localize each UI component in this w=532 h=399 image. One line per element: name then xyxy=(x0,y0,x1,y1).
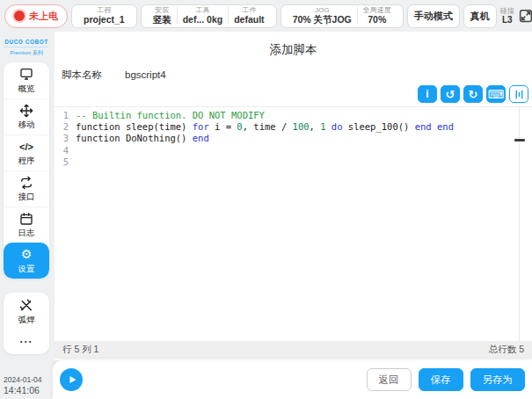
editor-status-bar: 行 5 列 1 总行数 5 xyxy=(55,341,532,359)
editor-scrollbar-thumb[interactable] xyxy=(514,139,525,141)
app-logo: DUCO COBOT Premium 系列 xyxy=(4,35,49,62)
workpiece-value: default xyxy=(234,15,264,25)
jog-speed-group[interactable]: JOG 70% 关节JOG 全局速度 70% xyxy=(281,4,404,28)
page-title: 添加脚本 xyxy=(55,42,532,58)
calendar-icon xyxy=(19,211,33,226)
code-line[interactable]: 5 xyxy=(55,156,532,168)
logo-brand: DUCO COBOT xyxy=(4,39,47,47)
sidebar-item-5[interactable]: 日志 xyxy=(4,207,49,243)
code-icon: </> xyxy=(19,139,33,154)
collision-status: 碰撞 L3 xyxy=(500,7,514,25)
sidebar-item-label: 接口 xyxy=(18,192,35,203)
sidebar-menu: 概览移动</>程序接口日志⚙设置 xyxy=(4,62,49,279)
sidebar-item-label: 日志 xyxy=(18,228,35,239)
undo-icon: ↺ xyxy=(446,88,455,101)
jog-value: 70% 关节JOG xyxy=(293,15,352,25)
sidebar-item-2[interactable]: 移动 xyxy=(4,98,49,134)
line-code: function DoNothing() end xyxy=(76,133,532,144)
line-code: function sleep(time) for i = 0, time / 1… xyxy=(76,121,532,133)
move-icon xyxy=(19,103,33,118)
sidebar-item-4[interactable]: 接口 xyxy=(4,170,49,207)
swap-icon xyxy=(19,175,33,190)
redo-icon: ↻ xyxy=(469,88,478,101)
redo-button[interactable]: ↻ xyxy=(463,85,483,103)
editor-scrollbar-track xyxy=(519,107,520,341)
info-icon: i xyxy=(426,88,428,100)
editor-toolbar: i↺↻⌨ xyxy=(55,85,528,103)
line-code xyxy=(76,145,532,156)
line-number: 1 xyxy=(55,110,76,121)
expand-icon[interactable] xyxy=(518,8,532,24)
keyboard-icon: ⌨ xyxy=(488,88,505,101)
power-indicator-icon xyxy=(14,11,25,21)
line-number: 5 xyxy=(55,156,76,168)
sidebar-item-6[interactable]: ⚙设置 xyxy=(4,243,49,279)
format-button[interactable] xyxy=(509,85,528,103)
save-button[interactable]: 保存 xyxy=(419,368,463,391)
line-code: -- Builtin function. DO NOT MODIFY xyxy=(76,110,532,121)
undo-button[interactable]: ↺ xyxy=(441,85,460,103)
code-line[interactable]: 4 xyxy=(55,145,532,156)
total-lines-text: 总行数 5 xyxy=(489,344,524,356)
sidebar: DUCO COBOT Premium 系列 概览移动</>程序接口日志⚙设置 弧… xyxy=(0,32,53,399)
real-machine-button[interactable]: 真机 xyxy=(463,4,497,28)
code-line[interactable]: 2function sleep(time) for i = 0, time / … xyxy=(55,121,532,133)
top-status-bar: 未上电 工程 project_1 安装 竖装 工具 def... 0kg 工件 … xyxy=(0,0,532,32)
line-number: 3 xyxy=(55,133,76,144)
sidebar-more-button[interactable]: ··· xyxy=(4,331,49,352)
sidebar-item-welding[interactable]: 弧焊 xyxy=(4,293,49,331)
sidebar-item-label: 概览 xyxy=(18,83,35,95)
date-text: 2024-01-04 xyxy=(4,376,53,385)
system-clock: 2024-01-04 14:41:06 xyxy=(4,376,53,395)
welding-icon xyxy=(19,298,33,313)
cursor-position-text: 行 5 列 1 xyxy=(62,344,98,356)
line-code xyxy=(76,156,532,168)
global-speed-value: 70% xyxy=(368,15,386,25)
format-icon xyxy=(514,89,525,100)
footer-buttons: 返回保存另存为 xyxy=(367,368,526,391)
project-selector[interactable]: 工程 project_1 xyxy=(71,4,137,28)
script-name-value[interactable]: bgscript4 xyxy=(125,69,166,80)
collision-label: 碰撞 xyxy=(500,7,514,15)
code-line[interactable]: 1-- Builtin function. DO NOT MODIFY xyxy=(55,110,532,121)
sidebar-plugin-card: 弧焊 ··· xyxy=(4,293,49,354)
sidebar-item-label: 弧焊 xyxy=(18,315,35,326)
code-editor[interactable]: 1-- Builtin function. DO NOT MODIFY2func… xyxy=(55,106,532,341)
monitor-icon xyxy=(19,67,33,82)
install-value: 竖装 xyxy=(153,15,171,25)
gear-icon: ⚙ xyxy=(21,247,33,262)
script-name-row: 脚本名称 bgscript4 xyxy=(62,66,532,83)
back-button[interactable]: 返回 xyxy=(367,368,412,391)
sidebar-item-1[interactable]: 概览 xyxy=(4,62,49,98)
save-as-button[interactable]: 另存为 xyxy=(470,368,526,391)
power-status-button[interactable]: 未上电 xyxy=(4,4,68,28)
play-icon xyxy=(66,374,77,385)
logo-series: Premium 系列 xyxy=(10,49,43,57)
bottom-action-bar: 返回保存另存为 xyxy=(53,360,532,399)
line-number: 2 xyxy=(55,121,76,133)
sidebar-item-label: 程序 xyxy=(18,156,35,167)
project-value: project_1 xyxy=(84,15,125,25)
sidebar-item-label: 移动 xyxy=(18,120,35,131)
time-text: 14:41:06 xyxy=(4,385,53,395)
power-status-label: 未上电 xyxy=(29,10,58,23)
code-line[interactable]: 3function DoNothing() end xyxy=(55,133,532,144)
info-button[interactable]: i xyxy=(418,85,437,103)
line-number: 4 xyxy=(55,145,76,156)
collision-value: L3 xyxy=(502,15,513,25)
keyboard-button[interactable]: ⌨ xyxy=(486,85,506,103)
setup-group[interactable]: 安装 竖装 工具 def... 0kg 工件 default xyxy=(141,4,277,28)
script-name-label: 脚本名称 xyxy=(62,69,102,82)
tool-value: def... 0kg xyxy=(183,15,223,25)
manual-mode-button[interactable]: 手动模式 xyxy=(407,4,460,28)
run-script-button[interactable] xyxy=(60,368,83,391)
sidebar-item-3[interactable]: </>程序 xyxy=(4,134,49,170)
sidebar-item-label: 设置 xyxy=(18,264,35,275)
main-panel: 添加脚本 脚本名称 bgscript4 i↺↻⌨ 1-- Builtin fun… xyxy=(55,32,532,360)
